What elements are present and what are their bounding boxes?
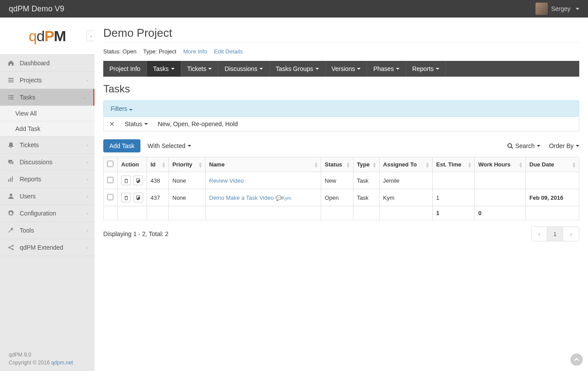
- chevron-down-icon: [208, 68, 212, 70]
- column-header[interactable]: Due Date▲▼: [526, 157, 579, 172]
- sidebar-item-reports[interactable]: Reports›: [0, 171, 94, 187]
- tab-tickets[interactable]: Tickets: [181, 61, 219, 77]
- comments-icon: [7, 159, 15, 166]
- sidebar-item-projects[interactable]: Projects›: [0, 72, 94, 88]
- chevron-down-icon: [259, 68, 263, 70]
- more-info-link[interactable]: More Info: [183, 48, 207, 55]
- svg-point-12: [10, 194, 12, 196]
- column-header[interactable]: Status▲▼: [321, 157, 353, 172]
- sidebar-item-tasks[interactable]: Tasks⌄: [0, 89, 94, 106]
- filters-toggle[interactable]: Filters: [103, 100, 579, 117]
- sidebar-item-configuration[interactable]: Configuration›: [0, 205, 94, 222]
- chevron-right-icon: ›: [86, 142, 88, 148]
- tab-phases[interactable]: Phases: [367, 61, 406, 77]
- sort-icon: ▲▼: [572, 162, 576, 168]
- chevron-right-icon: ›: [86, 194, 88, 199]
- svg-rect-1: [8, 80, 14, 81]
- column-header[interactable]: Assigned To▲▼: [379, 157, 432, 172]
- chevron-down-icon: [144, 123, 148, 125]
- tasks-table: ActionId▲▼Priority▲▼Name▲▼Status▲▼Type▲▼…: [103, 157, 579, 220]
- svg-rect-7: [8, 99, 10, 99]
- column-header[interactable]: Name▲▼: [206, 157, 321, 172]
- brand-title: qdPM Demo V9: [9, 4, 64, 14]
- svg-rect-11: [12, 177, 13, 182]
- footer-version: qdPM 9.0: [9, 351, 73, 359]
- column-header[interactable]: Id▲▼: [147, 157, 169, 172]
- share-icon: [7, 244, 15, 251]
- delete-button[interactable]: [121, 176, 131, 185]
- section-title: Tasks: [103, 83, 579, 95]
- edit-button[interactable]: [133, 193, 143, 202]
- tab-versions[interactable]: Versions: [326, 61, 368, 77]
- svg-point-14: [12, 245, 14, 247]
- sidebar-item-users[interactable]: Users›: [0, 188, 94, 205]
- tab-tasks-groups[interactable]: Tasks Groups: [270, 61, 326, 77]
- edit-details-link[interactable]: Edit Details: [214, 48, 243, 55]
- scroll-top-button[interactable]: [570, 353, 583, 366]
- tab-discussions[interactable]: Discussions: [218, 61, 270, 77]
- filter-field-dropdown[interactable]: Status: [121, 120, 152, 128]
- pager-page-button[interactable]: 1: [547, 227, 563, 241]
- actions-row: Add Task With Selected Search Order By: [103, 139, 579, 152]
- with-selected-dropdown[interactable]: With Selected: [147, 142, 191, 149]
- sidebar-collapse-button[interactable]: ‹: [87, 31, 95, 41]
- select-all-checkbox[interactable]: [107, 161, 113, 167]
- chevron-down-icon: [436, 68, 439, 70]
- comment-tag[interactable]: 💬Kym: [276, 195, 291, 201]
- task-name-link[interactable]: Demo Make a Task Video: [209, 194, 274, 201]
- svg-rect-5: [8, 97, 10, 98]
- chevron-up-icon: [574, 357, 579, 362]
- chevron-down-icon: [188, 145, 191, 147]
- column-header[interactable]: Work Hours▲▼: [475, 157, 526, 172]
- chevron-right-icon: ›: [86, 177, 88, 182]
- filter-remove-button[interactable]: ✕: [107, 120, 117, 128]
- sidebar-item-tools[interactable]: Tools›: [0, 222, 94, 239]
- search-icon: [507, 143, 513, 149]
- column-header[interactable]: Priority▲▼: [169, 157, 206, 172]
- add-task-button[interactable]: Add Task: [103, 139, 140, 152]
- gear-icon: [7, 210, 15, 217]
- sidebar-subitem-add-task[interactable]: Add Task: [0, 121, 94, 136]
- trash-icon: [124, 178, 129, 183]
- main-content: Demo Project Status: Open Type: Project …: [94, 18, 588, 371]
- chevron-down-icon: [396, 68, 399, 70]
- sidebar-item-qdpm-extended[interactable]: qdPM Extended›: [0, 239, 94, 256]
- pager-row: Displaying 1 - 2, Total: 2 ‹ 1 ›: [103, 226, 579, 241]
- sort-icon: ▲▼: [161, 162, 166, 168]
- pager-prev-button[interactable]: ‹: [532, 227, 547, 241]
- chevron-down-icon: [576, 145, 579, 147]
- footer-link[interactable]: qdpm.net: [51, 360, 73, 366]
- chevron-down-icon: [576, 8, 579, 10]
- column-header[interactable]: Type▲▼: [353, 157, 379, 172]
- chevron-down-icon: [171, 68, 175, 70]
- sidebar-subitem-view-all[interactable]: View All: [0, 106, 94, 121]
- edit-button[interactable]: [133, 176, 143, 185]
- column-header: [104, 157, 118, 172]
- bell-icon: [7, 141, 15, 148]
- sidebar-item-dashboard[interactable]: Dashboard: [0, 55, 94, 71]
- delete-button[interactable]: [121, 193, 131, 202]
- sort-icon: ▲▼: [346, 162, 350, 168]
- tab-project-info[interactable]: Project Info: [103, 61, 147, 77]
- chevron-right-icon: ›: [86, 78, 88, 83]
- sidebar-item-tickets[interactable]: Tickets›: [0, 137, 94, 153]
- task-name-link[interactable]: Review Video: [209, 177, 244, 184]
- svg-rect-4: [10, 95, 14, 96]
- column-header[interactable]: Est. Time▲▼: [433, 157, 475, 172]
- footer: qdPM 9.0 Copyright © 2016 qdpm.net: [9, 351, 73, 367]
- status-label: Status: Open: [103, 48, 136, 55]
- totals-row: 1 0: [104, 206, 579, 220]
- pager-next-button[interactable]: ›: [563, 227, 579, 241]
- orderby-dropdown[interactable]: Order By: [549, 142, 579, 149]
- search-dropdown[interactable]: Search: [507, 142, 540, 149]
- row-checkbox[interactable]: [107, 177, 113, 183]
- row-checkbox[interactable]: [107, 194, 113, 200]
- sort-icon: ▲▼: [198, 162, 203, 168]
- barchart-icon: [7, 176, 15, 183]
- tab-tasks[interactable]: Tasks: [147, 61, 181, 77]
- svg-line-17: [10, 248, 12, 249]
- tab-reports[interactable]: Reports: [406, 61, 446, 77]
- user-menu[interactable]: Sergey: [536, 3, 579, 15]
- sidebar-item-discussions[interactable]: Discussions›: [0, 154, 94, 170]
- svg-rect-8: [10, 99, 14, 99]
